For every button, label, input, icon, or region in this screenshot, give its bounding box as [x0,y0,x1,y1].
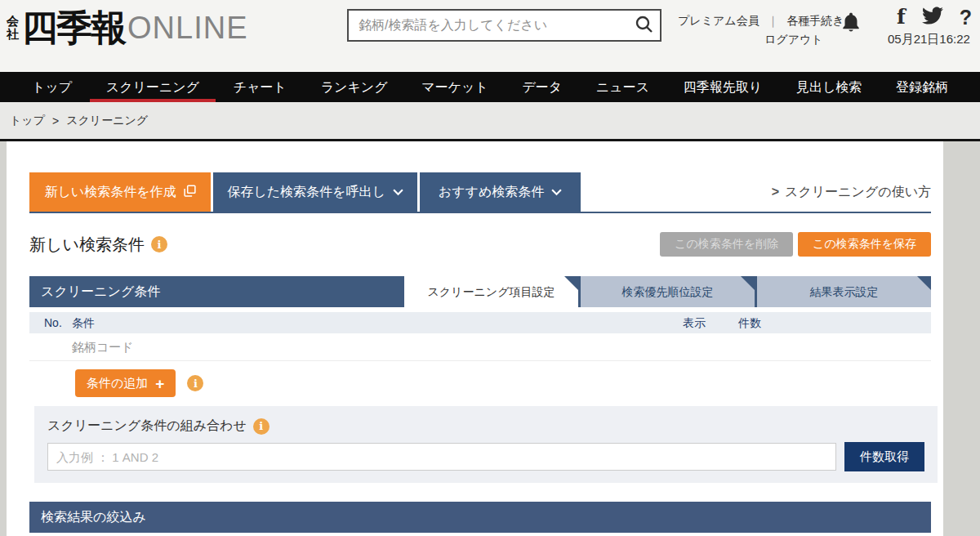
condition-cell: 銘柄コード [72,340,134,354]
nav-item-registered-stocks[interactable]: 登録銘柄 [893,72,951,102]
load-saved-condition-button[interactable]: 保存した検索条件を呼出し [213,172,417,212]
nav-item-ranking[interactable]: ランキング [318,72,391,102]
nav-item-news[interactable]: ニュース [593,72,653,102]
settings-tabs: スクリーニング項目設定 検索優先順位設定 結果表示設定 [404,276,931,307]
column-header-no: No. [44,312,62,333]
search-icon [635,15,654,37]
screening-help-link[interactable]: > スクリーニングの使い方 [772,184,931,201]
save-condition-button[interactable]: この検索条件を保存 [798,232,931,257]
new-window-icon [184,185,196,200]
tab-result-display-settings[interactable]: 結果表示設定 [757,276,931,307]
breadcrumb-home[interactable]: トップ [10,114,45,128]
tab-item-settings[interactable]: スクリーニング項目設定 [404,276,578,307]
create-condition-label: 新しい検索条件を作成 [44,184,176,201]
search-condition-actions: 新しい検索条件を作成 保存した検索条件を呼出し おすすめ検索条件 > スクリー [29,172,931,213]
account-separator: ｜ [768,14,779,29]
angle-right-icon: > [772,185,779,199]
info-icon[interactable]: i [253,418,270,435]
logo-main-text: 四季報 [22,10,125,46]
recommended-condition-label: おすすめ検索条件 [439,184,545,201]
refine-results-bar: 検索結果の絞込み [29,502,931,533]
conditions-table-header: No. 条件 表示 件数 [29,312,931,333]
search-input[interactable] [349,11,629,40]
plus-icon: + [155,376,164,391]
global-search [347,9,662,42]
load-saved-condition-label: 保存した検索条件を呼出し [227,184,385,201]
facebook-icon[interactable]: f [897,6,906,29]
column-header-display: 表示 [683,312,706,333]
search-button[interactable] [629,11,660,40]
tab-priority-settings[interactable]: 検索優先順位設定 [581,276,755,307]
info-icon[interactable]: i [151,236,167,252]
nav-item-data[interactable]: データ [519,72,565,102]
site-header: 会社 四季報 ONLINE プレミアム会員 ｜ 各種手続き ログアウト f ? … [0,0,980,72]
combination-label: スクリーニング条件の組み合わせ [47,418,247,435]
recommended-condition-button[interactable]: おすすめ検索条件 [420,172,581,212]
column-header-count: 件数 [738,312,761,333]
screening-conditions-title: スクリーニング条件 [41,284,160,298]
help-icon[interactable]: ? [960,6,972,29]
nav-item-headline-search[interactable]: 見出し検索 [793,72,865,102]
content-panel: 新しい検索条件を作成 保存した検索条件を呼出し おすすめ検索条件 > スクリー [7,141,943,536]
create-condition-button[interactable]: 新しい検索条件を作成 [29,172,211,212]
delete-condition-button[interactable]: この検索条件を削除 [660,232,793,257]
nav-item-top[interactable]: トップ [29,72,75,102]
add-condition-button[interactable]: 条件の追加 + [75,369,176,397]
nav-item-market[interactable]: マーケット [418,72,492,102]
twitter-icon[interactable] [922,5,943,29]
get-count-button[interactable]: 件数取得 [844,442,924,471]
nav-item-chart[interactable]: チャート [230,72,290,102]
chevron-down-icon [551,185,562,199]
combination-input[interactable] [47,443,836,471]
screening-conditions-bar: スクリーニング条件 スクリーニング項目設定 検索優先順位設定 結果表示設定 [29,276,931,307]
social-links: f ? [897,5,972,29]
condition-title-row: 新しい検索条件 i この検索条件を削除 この検索条件を保存 [29,232,931,257]
page-title: 新しい検索条件 [29,234,145,256]
table-row: 銘柄コード [29,333,931,361]
logout-link[interactable]: ログアウト [764,33,823,47]
screening-help-label: スクリーニングの使い方 [785,184,931,201]
breadcrumb-current: スクリーニング [66,114,148,128]
add-condition-label: 条件の追加 [87,376,148,391]
column-header-condition: 条件 [72,312,95,333]
chevron-down-icon [393,185,403,199]
notification-bell-button[interactable] [840,11,862,39]
info-icon[interactable]: i [187,375,203,391]
main-nav: トップ スクリーニング チャート ランキング マーケット データ ニュース 四季… [0,72,980,102]
add-condition-row: 条件の追加 + i [29,369,931,397]
nav-item-shikiho-preview[interactable]: 四季報先取り [680,72,765,102]
bell-icon [840,27,862,39]
site-logo[interactable]: 会社 四季報 ONLINE [7,10,247,46]
condition-combination-section: スクリーニング条件の組み合わせ i 件数取得 [34,406,938,483]
logo-kaisha-text: 会社 [7,15,20,42]
nav-item-screening[interactable]: スクリーニング [103,72,203,102]
refine-results-title: 検索結果の絞込み [41,510,146,524]
current-datetime: 05月21日16:22 [888,32,970,47]
account-links: プレミアム会員 ｜ 各種手続き [678,14,844,29]
membership-status[interactable]: プレミアム会員 [678,14,760,29]
logo-online-text: ONLINE [127,12,247,43]
breadcrumb: トップ > スクリーニング [0,102,980,141]
procedures-link[interactable]: 各種手続き [786,14,844,29]
breadcrumb-separator: > [52,114,59,127]
